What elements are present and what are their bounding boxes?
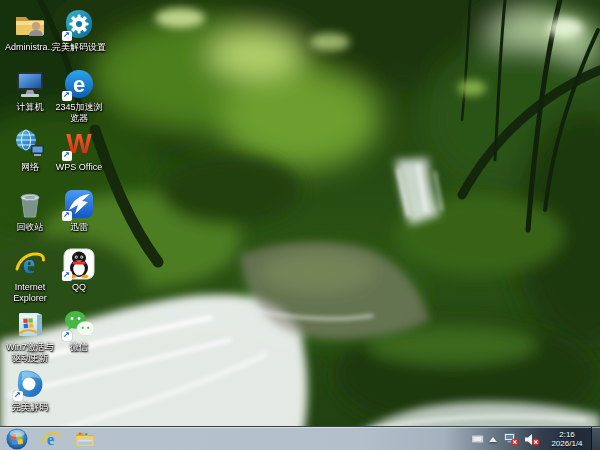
qq-penguin-icon [63,248,95,280]
icon-label: QQ [52,282,106,293]
icon-label: 迅雷 [52,222,106,233]
recycle-bin-icon [14,188,46,220]
shortcut-arrow-icon [62,271,72,281]
volume-muted-icon[interactable] [524,433,540,446]
taskbar-explorer-icon[interactable] [74,428,96,450]
desktop-icon-2345-browser[interactable]: e 2345加速浏览器 [52,68,106,124]
icon-label: 完美解码 [3,402,57,413]
shortcut-arrow-icon [62,151,72,161]
shortcut-arrow-icon [62,91,72,101]
svg-text:e: e [73,72,85,97]
tray-clock[interactable]: 2:16 2026/1/4 [547,430,587,448]
clock-date: 2026/1/4 [547,439,587,448]
system-tray: 2:16 2026/1/4 [471,427,600,450]
icon-label: 2345加速浏览器 [52,102,106,124]
show-desktop-button[interactable] [591,427,600,450]
icon-label: Win7激活与驱动更新 [3,342,57,364]
icon-label: 计算机 [3,102,57,113]
network-globe-icon [14,128,46,160]
desktop-icon-qq[interactable]: QQ [52,248,106,293]
wechat-icon [63,308,95,340]
shortcut-arrow-icon [62,331,72,341]
ie-icon: e [14,248,46,280]
folder-user-icon [14,8,46,40]
shortcut-arrow-icon [62,211,72,221]
shortcut-arrow-icon [62,31,72,41]
start-button[interactable] [6,428,28,450]
desktop-icon-network[interactable]: 网络 [3,128,57,173]
desktop-icon-computer[interactable]: 计算机 [3,68,57,113]
icon-label: WPS Office [52,162,106,173]
computer-icon [14,68,46,100]
player-icon [14,368,46,400]
browser-e-icon: e [63,68,95,100]
taskbar-internet-explorer-icon[interactable]: e [40,428,62,450]
icon-label: Administra... [3,42,57,53]
desktop-icon-wechat[interactable]: 微信 [52,308,106,353]
shortcut-arrow-icon [13,391,23,401]
icon-label: 微信 [52,342,106,353]
icon-label: 完美解码设置 [52,42,106,53]
icon-label: 回收站 [3,222,57,233]
desktop-icon-internet-explorer[interactable]: e Internet Explorer [3,248,57,304]
taskbar: e [0,426,600,450]
icon-label: 网络 [3,162,57,173]
icon-label: Internet Explorer [3,282,57,304]
keyboard-tray-icon[interactable] [471,434,484,444]
desktop-icon-xunlei[interactable]: 迅雷 [52,188,106,233]
thunder-bird-icon [63,188,95,220]
desktop-icon-administrator[interactable]: Administra... [3,8,57,53]
desktop-icon-recycle-bin[interactable]: 回收站 [3,188,57,233]
network-disconnected-icon[interactable] [504,433,519,446]
wps-w-icon: W [63,128,95,160]
show-hidden-icons-button[interactable] [489,437,497,442]
desktop-icon-win7-activation[interactable]: Win7激活与驱动更新 [3,308,57,364]
windows-box-icon [14,308,46,340]
desktop-icon-perfect-decoder[interactable]: 完美解码 [3,368,57,413]
desktop: Administra... [0,0,600,450]
clock-time: 2:16 [547,430,587,439]
gear-icon [63,8,95,40]
desktop-icon-decoder-settings[interactable]: 完美解码设置 [52,8,106,53]
desktop-icon-wps-office[interactable]: W WPS Office [52,128,106,173]
